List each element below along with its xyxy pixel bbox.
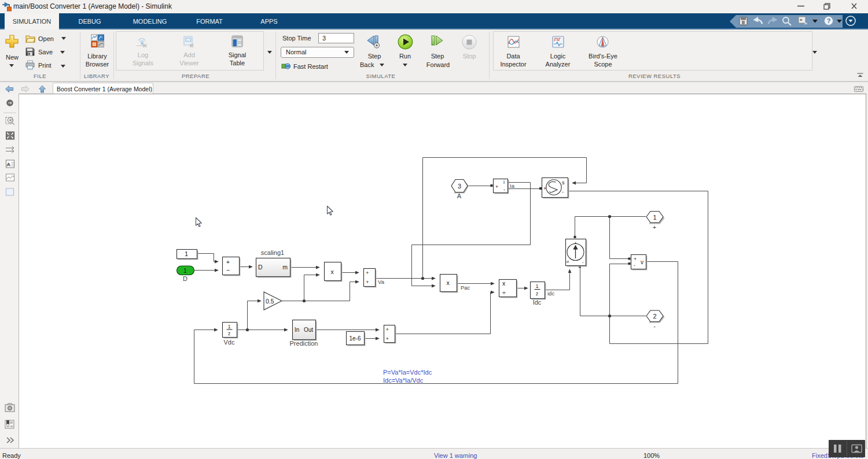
svg-text:In: In xyxy=(295,327,299,333)
svg-text:Vdc: Vdc xyxy=(224,339,235,346)
svg-text:+: + xyxy=(386,335,389,342)
svg-text:Va: Va xyxy=(378,279,385,285)
svg-text:0.5: 0.5 xyxy=(266,298,274,305)
svg-text:+: + xyxy=(366,279,369,285)
svg-text:+: + xyxy=(386,326,389,332)
svg-text:-: - xyxy=(634,262,635,268)
svg-text:P=Va*Ia=Vdc*Idc: P=Va*Ia=Vdc*Idc xyxy=(383,369,432,376)
svg-text:x: x xyxy=(330,268,334,275)
svg-text:Idc=Va*Ia/Vdc: Idc=Va*Ia/Vdc xyxy=(383,377,424,384)
svg-text:-: - xyxy=(582,260,584,265)
svg-text:Ia: Ia xyxy=(510,183,515,189)
svg-text:scaling1: scaling1 xyxy=(261,249,284,256)
svg-text:Prediction: Prediction xyxy=(290,340,318,347)
svg-text:+: + xyxy=(366,269,369,276)
svg-text:idc: idc xyxy=(547,290,554,297)
svg-text:1: 1 xyxy=(536,283,539,289)
svg-text:s: s xyxy=(562,180,565,186)
svg-text:Out: Out xyxy=(304,327,313,333)
svg-text:1: 1 xyxy=(185,250,188,257)
svg-text:1: 1 xyxy=(183,267,187,274)
svg-text:1e-6: 1e-6 xyxy=(349,335,361,342)
svg-text:s: s xyxy=(565,261,570,263)
svg-text:+: + xyxy=(574,240,577,246)
svg-text:x: x xyxy=(502,280,506,287)
svg-text:1: 1 xyxy=(228,324,231,330)
svg-text:1: 1 xyxy=(653,214,656,221)
svg-text:D: D xyxy=(258,264,263,271)
svg-text:?: ? xyxy=(827,17,831,24)
svg-text:+: + xyxy=(226,259,230,265)
svg-text:x: x xyxy=(446,279,450,286)
svg-text:−: − xyxy=(226,266,230,273)
svg-text:3: 3 xyxy=(458,183,461,190)
svg-text:÷: ÷ xyxy=(502,289,506,296)
svg-text:z: z xyxy=(536,291,538,297)
svg-text:A: A xyxy=(7,162,10,167)
svg-text:+: + xyxy=(653,224,656,231)
svg-text:v: v xyxy=(641,259,643,265)
svg-text:-: - xyxy=(562,189,564,195)
svg-text:m: m xyxy=(282,264,288,271)
svg-text:Idc: Idc xyxy=(533,299,542,306)
svg-text:2: 2 xyxy=(653,313,656,320)
svg-text:+: + xyxy=(495,184,498,190)
svg-text:i: i xyxy=(503,179,505,185)
svg-text:-: - xyxy=(503,187,505,193)
svg-text:z: z xyxy=(228,331,230,336)
svg-text:Pac: Pac xyxy=(461,284,470,291)
svg-text:A: A xyxy=(457,193,462,199)
svg-text:D: D xyxy=(183,275,187,282)
svg-text:»: » xyxy=(800,17,803,23)
svg-text:+: + xyxy=(543,186,546,191)
svg-text:+: + xyxy=(634,256,637,262)
svg-text:-: - xyxy=(653,323,656,330)
